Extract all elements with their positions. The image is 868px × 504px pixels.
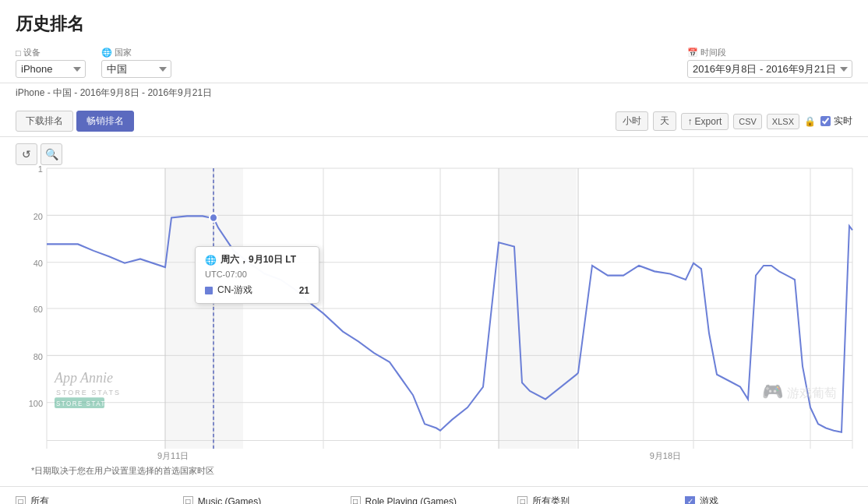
legend-check-all: □	[16, 496, 26, 504]
chart-tooltip: 🌐 周六，9月10日 LT UTC-07:00 CN-游戏 21	[195, 246, 319, 304]
tooltip-series-name: CN-游戏	[217, 284, 252, 297]
device-control-group: □ 设备 iPhone iPad	[16, 47, 86, 78]
chart-section: ↺ 🔍	[0, 137, 868, 486]
legend-label-game: 游戏	[700, 495, 718, 504]
country-label: 🌐 国家	[101, 47, 171, 58]
legend-label-music: Music (Games)	[198, 496, 261, 505]
time-range-group: 📅 时间段 2016年9月8日 - 2016年9月21日	[687, 47, 852, 78]
device-icon: □	[16, 48, 21, 58]
legend-col-music[interactable]: □ Music (Games)	[183, 496, 351, 505]
csv-button[interactable]: CSV	[733, 114, 762, 129]
toolbar-left: 下载排名 畅销排名	[16, 111, 134, 132]
device-select[interactable]: iPhone iPad	[16, 60, 86, 78]
svg-text:STORE STATS: STORE STATS	[56, 400, 111, 407]
legend-col-allcategory[interactable]: □ 所有类别	[517, 495, 685, 504]
legend-label-roleplaying: Role Playing (Games)	[365, 496, 457, 505]
export-button[interactable]: ↑ Export	[681, 113, 729, 130]
chart-nav: ↺ 🔍	[16, 143, 62, 165]
page: 历史排名 □ 设备 iPhone iPad 🌐 国家 中国 美国	[0, 0, 868, 504]
chart-controls: ↺ 🔍	[16, 143, 852, 165]
country-control-group: 🌐 国家 中国 美国	[101, 47, 171, 78]
view-day-button[interactable]: 天	[653, 111, 676, 131]
youxi-logo: 🎮 游戏葡萄	[762, 382, 837, 402]
legend-label-allcategory: 所有类别	[532, 495, 570, 504]
chart-svg: 1 20 40 60 80 100 App Annie STORE STATS …	[16, 168, 852, 449]
toolbar: 下载排名 畅销排名 小时 天 ↑ Export CSV XLSX 🔒 实时	[0, 106, 868, 137]
tooltip-value: 21	[299, 285, 309, 296]
globe-icon-tooltip: 🌐	[205, 255, 217, 266]
legend-header-row: □ 所有 □ Music (Games) □ Role Playing (Gam…	[16, 495, 852, 504]
realtime-checkbox[interactable]	[820, 116, 831, 126]
realtime-container: 实时	[820, 115, 852, 128]
legend-check-game: ✓	[685, 496, 695, 504]
chart-reset-button[interactable]: ↺	[16, 143, 37, 165]
chart-wrapper: 1 20 40 60 80 100 App Annie STORE STATS …	[16, 168, 852, 449]
legend-label-all: 所有	[30, 495, 49, 504]
page-title: 历史排名	[0, 0, 868, 42]
tab-sales-button[interactable]: 畅销排名	[76, 111, 134, 132]
time-range-label: 📅 时间段	[687, 47, 852, 58]
svg-text:1: 1	[38, 164, 43, 174]
calendar-icon: 📅	[687, 48, 698, 58]
legend-check-allcategory: □	[517, 496, 528, 504]
xlsx-button[interactable]: XLSX	[767, 114, 799, 129]
tooltip-subtitle: UTC-07:00	[205, 270, 309, 279]
svg-text:60: 60	[34, 305, 43, 314]
subtitle: iPhone - 中国 - 2016年9月8日 - 2016年9月21日	[0, 83, 868, 106]
chart-note: *日期取决于您在用户设置里选择的首选国家时区	[16, 462, 852, 480]
legend-col-roleplaying[interactable]: □ Role Playing (Games)	[351, 496, 518, 505]
svg-text:100: 100	[29, 399, 43, 408]
svg-text:80: 80	[34, 351, 43, 361]
legend-col-game[interactable]: ✓ 游戏	[685, 495, 852, 504]
export-up-icon: ↑	[688, 116, 693, 127]
legend-check-roleplaying: □	[351, 496, 361, 504]
toolbar-right: 小时 天 ↑ Export CSV XLSX 🔒 实时	[616, 111, 852, 131]
tooltip-row: CN-游戏 21	[205, 284, 309, 297]
x-label-0: 9月11日	[157, 450, 189, 462]
chart-zoom-button[interactable]: 🔍	[41, 143, 62, 165]
svg-point-26	[210, 213, 217, 222]
view-hour-button[interactable]: 小时	[616, 111, 648, 131]
svg-text:App Annie: App Annie	[53, 369, 113, 386]
globe-icon: 🌐	[101, 48, 112, 58]
svg-text:STORE STATS: STORE STATS	[56, 389, 121, 397]
legend-col-all[interactable]: □ 所有	[16, 495, 183, 504]
legend-rows: □ 所有 □ Music (Games) □ Role Playing (Gam…	[16, 495, 852, 504]
svg-text:40: 40	[34, 259, 43, 268]
device-label: □ 设备	[16, 47, 86, 58]
time-range-select[interactable]: 2016年9月8日 - 2016年9月21日	[687, 60, 852, 78]
lock-icon: 🔒	[804, 116, 816, 127]
tooltip-title: 🌐 周六，9月10日 LT	[205, 253, 309, 266]
x-label-1: 9月18日	[650, 450, 681, 462]
controls-row: □ 设备 iPhone iPad 🌐 国家 中国 美国 📅 时间段	[0, 42, 868, 83]
legend-check-music: □	[183, 496, 193, 504]
realtime-label: 实时	[834, 115, 852, 128]
country-select[interactable]: 中国 美国	[101, 60, 171, 78]
legend-section: □ 所有 □ Music (Games) □ Role Playing (Gam…	[0, 486, 868, 504]
tooltip-series-dot	[205, 287, 213, 294]
x-labels: 9月11日 9月18日	[16, 449, 852, 462]
svg-text:20: 20	[34, 211, 43, 220]
tab-download-button[interactable]: 下载排名	[16, 111, 73, 132]
